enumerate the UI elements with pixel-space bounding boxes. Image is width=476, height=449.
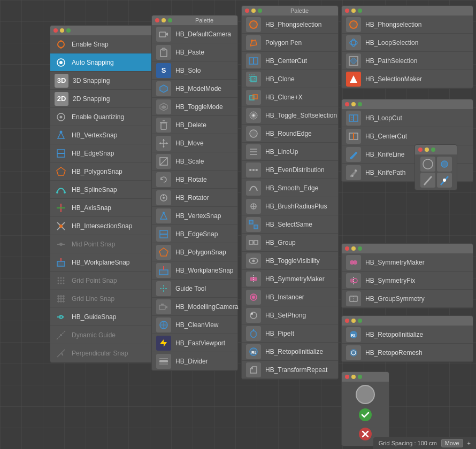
rm-max[interactable] (358, 102, 362, 106)
p2-brushplus[interactable]: HB_BrushRadiusPlus (242, 197, 338, 215)
sphere-icon[interactable] (356, 385, 375, 404)
p2-clonex[interactable]: HB_Clone+X (242, 88, 338, 106)
ke-close[interactable] (418, 148, 423, 152)
p2-smoothedge[interactable]: HB_Smooth_Edge (242, 179, 338, 197)
p2-roundedge[interactable]: HB_RoundEdge (242, 125, 338, 143)
close-dot[interactable] (53, 28, 58, 33)
p2-selectsame[interactable]: HB_SelectSame (242, 215, 338, 234)
p2-centercut-label: HB_CenterCut (265, 57, 307, 65)
p1-defaultcamera[interactable]: HB_DefaultCamera (152, 25, 237, 43)
p2-group[interactable]: HB_Group (242, 234, 338, 252)
p1-workplanesnap2[interactable]: HB_WorkplaneSnap (152, 261, 237, 280)
p2-sym[interactable]: HB_SymmetryMaker (242, 270, 338, 288)
rs-min[interactable] (351, 246, 356, 251)
fastviewport-icon (156, 336, 171, 351)
p1-rotator[interactable]: HB_Rotator (152, 189, 237, 207)
rt-max[interactable] (358, 9, 362, 13)
rr-retopoinit[interactable]: Rt HB_RetopolInitialize (342, 326, 473, 344)
rt-pathsel[interactable]: HB_PathSelection (342, 52, 473, 70)
move-button[interactable]: Move (441, 439, 463, 447)
rt-loopsel[interactable]: HB_LoopSelection (342, 34, 473, 52)
rt-close[interactable] (345, 9, 349, 13)
rm-close[interactable] (345, 102, 349, 106)
p1-solo[interactable]: S HB_Solo (152, 61, 237, 80)
p2-lineup[interactable]: HB_LineUp (242, 143, 338, 161)
p2-retopoinit-label: HB_RetopolInitialize (265, 348, 323, 355)
rr-retoporemesh[interactable]: HB_RetopoRemesh (342, 344, 473, 362)
p2-softsel[interactable]: HB_Toggle_Softselection (242, 106, 338, 125)
p2-softsel-icon (246, 108, 261, 123)
p1-max[interactable] (168, 18, 172, 22)
p2-transformrepeat[interactable]: HB_TransformRepeat (242, 361, 338, 379)
p1-close[interactable] (155, 18, 159, 22)
p1-togglemode[interactable]: HB_ToggleMode (152, 98, 237, 116)
bip-close[interactable] (345, 375, 349, 379)
p1-move[interactable]: HB_Move (152, 134, 237, 152)
p1-scale[interactable]: HB_Scale (152, 152, 237, 171)
ke-min[interactable] (425, 148, 429, 152)
p2-centercut[interactable]: HB_CenterCut (242, 52, 338, 70)
rs-max[interactable] (358, 246, 362, 251)
p2-instancer[interactable]: HB_Instancer (242, 288, 338, 306)
rr-min[interactable] (351, 319, 356, 323)
p1-polygonsnap2[interactable]: HB_PolygonSnap (152, 243, 237, 261)
p1-divider[interactable]: HB_Divider (152, 352, 237, 370)
p1-modellingcamera[interactable]: HB_ModellingCamera (152, 298, 237, 316)
svg-point-101 (251, 313, 253, 315)
p2-retopoinit[interactable]: Rt HB_RetopolInitialize (242, 343, 338, 361)
rr-max[interactable] (358, 319, 362, 323)
p1-guidetool[interactable]: Guide Tool (152, 280, 237, 298)
svg-point-82 (256, 169, 258, 171)
rs-close[interactable] (345, 246, 349, 251)
check-icon[interactable] (357, 406, 374, 423)
rs-grpsym[interactable]: HB_GroupSymmetry (342, 290, 473, 308)
rs-symmaker[interactable]: HB_SymmetryMaker (342, 253, 473, 272)
cancel-icon[interactable] (357, 425, 374, 443)
p1-fastviewport[interactable]: HB_FastViewport (152, 334, 237, 352)
ke-max[interactable] (431, 148, 435, 152)
p1-rotate[interactable]: HB_Rotate (152, 171, 237, 189)
rm-centercut[interactable]: HB_CenterCut (342, 127, 473, 145)
splinesnap-label: HB_SplineSnap (72, 186, 117, 193)
p1-edgesnap2[interactable]: HB_EdgeSnap (152, 225, 237, 243)
p1-min[interactable] (162, 18, 166, 22)
p2-max[interactable] (258, 9, 262, 13)
rm-min[interactable] (351, 102, 356, 106)
rr-close[interactable] (345, 319, 349, 323)
p2-phong[interactable]: HB_Phongselection (242, 16, 338, 34)
p2-phong-label: HB_Phongselection (265, 21, 321, 28)
p2-clone[interactable]: HB_Clone (242, 70, 338, 88)
p2-close[interactable] (245, 9, 249, 13)
p1-cleanview[interactable]: HB_CleanView (152, 316, 237, 334)
p2-evendist[interactable]: HB_EvenDistribution (242, 161, 338, 179)
p1-vertexsnap2[interactable]: HB_VertexSnap (152, 207, 237, 225)
rt-min[interactable] (351, 9, 356, 13)
svg-point-119 (443, 179, 446, 182)
p1-paste[interactable]: HB_Paste (152, 43, 237, 61)
p2-polygonpen[interactable]: Polygon Pen (242, 34, 338, 52)
p2-togglevis[interactable]: HB_ToggleVisibility (242, 252, 338, 270)
p1-modelmode[interactable]: HB_ModelMode (152, 80, 237, 98)
p2-min[interactable] (251, 9, 256, 13)
3d-snapping-label: 3D Snapping (73, 77, 110, 84)
divider-icon (156, 354, 171, 369)
p2-clone-label: HB_Clone (265, 75, 295, 83)
rt-phong[interactable]: HB_Phongselection (342, 16, 473, 34)
p1-delete[interactable]: HB_Delete (152, 116, 237, 134)
svg-point-121 (353, 260, 357, 265)
rm-loopcut[interactable]: HB_LoopCut (342, 109, 473, 127)
p2-setphong[interactable]: HB_SetPhong (242, 306, 338, 324)
bip-min[interactable] (351, 375, 356, 379)
svg-rect-89 (254, 225, 258, 229)
rotate-label: HB_Rotate (175, 176, 207, 183)
vertexsnap-icon (55, 129, 67, 142)
maximize-dot[interactable] (66, 28, 71, 33)
rt-selmaker[interactable]: HB_SelectionMaker (342, 70, 473, 88)
bip-max[interactable] (358, 375, 362, 379)
p2-pipeit[interactable]: HB_PipeIt (242, 324, 338, 343)
p2-smoothedge-icon (246, 181, 261, 196)
svg-rect-69 (251, 76, 256, 82)
rs-symfix[interactable]: HB_SymmetryFix (342, 272, 473, 290)
p2-brushplus-label: HB_BrushRadiusPlus (265, 203, 327, 210)
minimize-dot[interactable] (60, 28, 64, 33)
